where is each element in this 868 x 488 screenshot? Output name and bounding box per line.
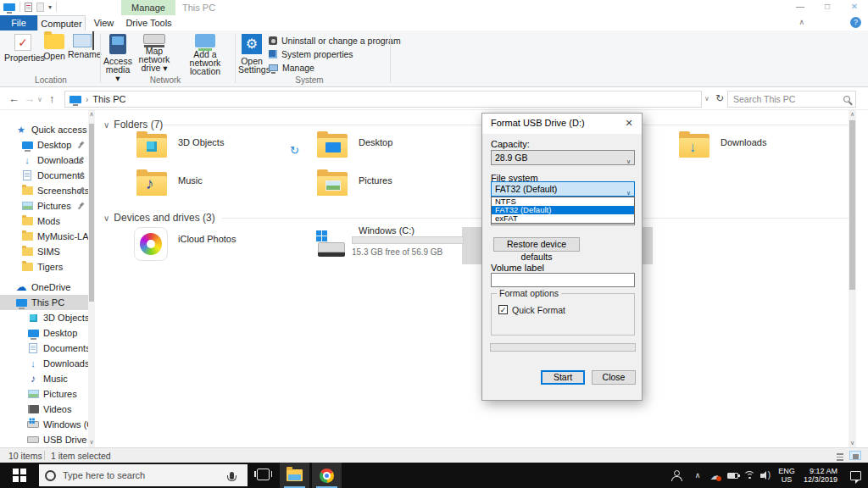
sidebar-scrollbar[interactable] (88, 110, 95, 447)
volume-label-input[interactable] (491, 273, 635, 287)
up-button[interactable]: ↑ (49, 92, 55, 105)
minimize-button[interactable]: — (787, 0, 814, 15)
sidebar-item-usb-drive[interactable]: USB Drive (D:) (0, 432, 95, 447)
quick-format-checkbox[interactable]: ✓ (498, 305, 508, 314)
add-network-location-button[interactable]: Add a network location (178, 34, 232, 75)
properties-qat-icon[interactable] (25, 3, 32, 12)
action-center-icon[interactable] (846, 463, 865, 488)
close-button[interactable]: Close (592, 370, 636, 385)
sidebar-item-desktop-pc[interactable]: Desktop (0, 325, 95, 341)
sidebar-item-sims[interactable]: SIMS (0, 244, 95, 259)
download-arrow-icon: ↓ (689, 140, 696, 155)
sidebar-item-this-pc[interactable]: This PC (0, 295, 95, 310)
refresh-icon[interactable]: ↻ (715, 92, 724, 104)
maximize-button[interactable]: □ (814, 0, 841, 15)
tile-windows-c[interactable]: Windows (C:) 15.3 GB free of 56.9 GB (311, 225, 502, 263)
taskbar-search[interactable]: Type here to search (39, 464, 248, 486)
collapse-section-icon[interactable]: ∨ (103, 120, 109, 130)
open-button[interactable]: Open (42, 34, 66, 60)
open-settings-button[interactable]: ⚙ Open Settings (238, 34, 265, 74)
address-dropdown-icon[interactable]: ∨ (704, 95, 709, 103)
sidebar-item-windows-c[interactable]: Windows (C:) (0, 417, 95, 432)
battery-icon[interactable] (724, 463, 741, 488)
clock[interactable]: 9:12 AM12/3/2019 (798, 463, 843, 488)
scroll-down-icon[interactable]: ∨ (88, 439, 95, 446)
help-icon[interactable]: ? (850, 17, 861, 28)
sidebar-item-onedrive[interactable]: ☁OneDrive (0, 280, 95, 295)
scroll-up-icon[interactable]: ∧ (88, 111, 95, 118)
volume-icon[interactable]: ) (758, 463, 775, 488)
people-icon[interactable] (666, 463, 685, 488)
collapse-ribbon-icon[interactable]: ∧ (798, 18, 804, 26)
uninstall-program-button[interactable]: Uninstall or change a program (269, 36, 401, 46)
restore-defaults-button[interactable]: Restore device defaults (493, 237, 580, 252)
rename-button[interactable]: Rename (68, 34, 97, 58)
divider (19, 2, 20, 12)
sidebar-item-music[interactable]: ♪Music (0, 371, 95, 386)
thumbnail-view-toggle[interactable] (849, 451, 861, 460)
sidebar-item-tigers[interactable]: Tigers (0, 259, 95, 274)
filesystem-option-exfat[interactable]: exFAT (492, 214, 634, 223)
divider (100, 34, 101, 83)
main-scrollbar[interactable]: ∧ ∨ (849, 110, 856, 447)
tab-drive-tools[interactable]: Drive Tools (122, 15, 175, 30)
close-button[interactable]: ✕ (841, 0, 868, 15)
devices-section-header[interactable]: ∨Devices and drives (3) (103, 212, 215, 224)
task-view-icon[interactable] (257, 469, 270, 480)
sidebar-item-3d-objects[interactable]: 3D Objects (0, 310, 95, 325)
onedrive-tray-icon[interactable]: ☁ (707, 463, 724, 488)
back-button[interactable]: ← (8, 92, 19, 105)
tile-pictures[interactable]: Pictures (311, 167, 502, 204)
address-bar[interactable]: › This PC (64, 91, 702, 108)
start-button[interactable]: Start (541, 370, 585, 385)
details-view-toggle[interactable] (834, 451, 846, 460)
recent-locations-icon[interactable]: ∨ (37, 96, 42, 103)
sidebar-item-pictures-pc[interactable]: Pictures (0, 386, 95, 402)
sidebar-item-documents-pc[interactable]: Documents (0, 341, 95, 356)
breadcrumb-location[interactable]: This PC (92, 94, 125, 104)
sidebar-item-downloads[interactable]: ↓Downloads (0, 152, 95, 168)
capacity-combobox[interactable]: 28.9 GB ∨ (491, 150, 635, 165)
file-system-combobox[interactable]: FAT32 (Default) ∨ (491, 181, 635, 197)
properties-button[interactable]: ✓ Properties (4, 34, 42, 62)
forward-button[interactable]: → (24, 92, 35, 105)
tile-music[interactable]: ♪ Music (131, 167, 321, 204)
sidebar-item-documents[interactable]: Documents (0, 168, 95, 183)
scrollbar-thumb[interactable] (89, 124, 94, 302)
tile-desktop[interactable]: Desktop (311, 129, 502, 166)
taskbar-chrome[interactable] (312, 463, 342, 488)
manage-contextual-label[interactable]: Manage (121, 0, 175, 15)
qat-customize-icon[interactable]: ▾ (48, 3, 52, 11)
scroll-up-icon[interactable]: ∧ (849, 111, 856, 118)
new-folder-qat-icon[interactable] (36, 3, 44, 12)
dialog-title-bar[interactable]: Format USB Drive (D:) ✕ (482, 114, 642, 134)
tile-downloads[interactable]: ↓ Downloads (673, 129, 864, 166)
show-hidden-icons-chevron[interactable]: ∧ (690, 463, 705, 488)
tab-view[interactable]: View (86, 15, 122, 30)
start-button[interactable] (0, 463, 39, 488)
sidebar-item-mods[interactable]: Mods (0, 214, 95, 229)
sidebar-item-mymusic[interactable]: MyMusic-LAPTO (0, 229, 95, 244)
system-properties-button[interactable]: System properties (269, 49, 353, 59)
sidebar-item-desktop[interactable]: Desktop (0, 137, 95, 152)
scroll-down-icon[interactable]: ∨ (849, 440, 856, 446)
access-media-button[interactable]: Access media ▾ (103, 34, 132, 82)
tile-icloud-photos[interactable]: iCloud Photos (131, 225, 321, 263)
sidebar-item-screenshots[interactable]: Screenshots (0, 183, 95, 198)
scrollbar-thumb[interactable] (849, 120, 855, 290)
sidebar-item-pictures[interactable]: Pictures (0, 198, 95, 214)
sidebar-item-downloads-pc[interactable]: ↓Downloads (0, 356, 95, 371)
dialog-close-icon[interactable]: ✕ (616, 114, 642, 134)
tab-file[interactable]: File (0, 15, 37, 30)
taskbar-file-explorer[interactable] (280, 463, 309, 488)
wifi-icon[interactable] (741, 463, 758, 488)
map-network-drive-button[interactable]: Map network drive ▾ (132, 34, 176, 72)
search-box[interactable]: Search This PC (727, 91, 856, 108)
language-indicator[interactable]: ENGUS (775, 463, 798, 488)
sidebar-item-videos[interactable]: Videos (0, 402, 95, 417)
manage-button[interactable]: Manage (269, 63, 314, 73)
sidebar-item-quick-access[interactable]: ★Quick access (0, 122, 95, 137)
collapse-section-icon[interactable]: ∨ (103, 214, 109, 223)
tab-computer[interactable]: Computer (37, 15, 86, 30)
microphone-icon[interactable] (230, 472, 234, 480)
